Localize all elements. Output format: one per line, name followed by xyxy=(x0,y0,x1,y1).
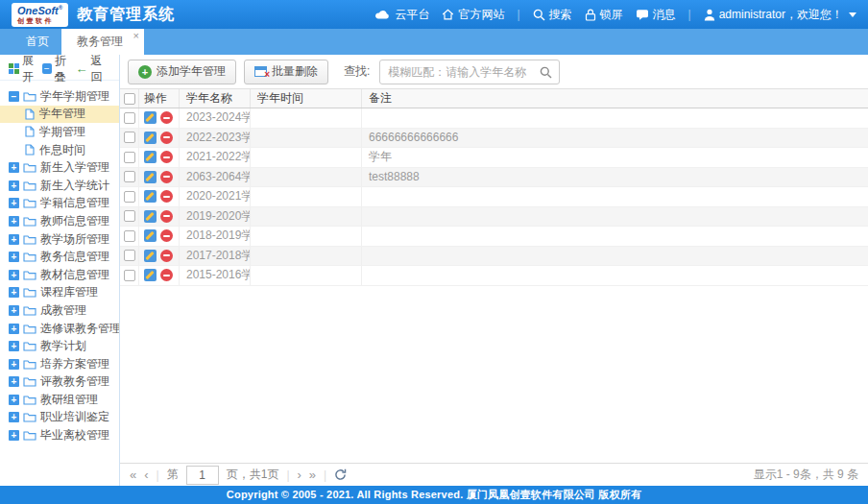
expand-toggle-icon[interactable]: + xyxy=(9,430,19,441)
tab-home[interactable]: 首页 xyxy=(13,29,61,55)
nav-official-site[interactable]: 官方网站 xyxy=(442,7,504,23)
pagination-bar: « ‹ | 第 页，共1页 | › » | 显示1 - 9条，共 9 条 xyxy=(120,463,868,486)
collapse-all-button[interactable]: − 折叠 xyxy=(42,55,76,85)
edit-icon[interactable] xyxy=(144,132,157,144)
expand-toggle-icon[interactable]: + xyxy=(9,198,19,208)
nav-lock-screen[interactable]: 锁屏 xyxy=(585,7,623,23)
delete-icon[interactable] xyxy=(160,111,173,124)
folder-icon xyxy=(23,376,36,387)
delete-icon[interactable] xyxy=(160,210,173,223)
row-checkbox[interactable] xyxy=(124,152,135,163)
tree-node[interactable]: +选修课教务管理 xyxy=(0,320,119,338)
expand-toggle-icon[interactable]: + xyxy=(9,412,19,422)
expand-toggle-icon[interactable]: + xyxy=(9,395,19,405)
collapse-toggle-icon[interactable]: − xyxy=(9,91,19,102)
expand-toggle-icon[interactable]: + xyxy=(9,234,19,245)
expand-toggle-icon[interactable]: + xyxy=(9,376,19,387)
tree-node[interactable]: +培养方案管理 xyxy=(0,355,119,373)
user-menu[interactable]: administrator，欢迎您！ xyxy=(704,7,856,23)
tree-leaf[interactable]: 学年管理 xyxy=(0,106,119,124)
tree-node[interactable]: +评教教务管理 xyxy=(0,373,119,392)
delete-icon[interactable] xyxy=(160,132,173,144)
row-checkbox[interactable] xyxy=(124,171,135,182)
tree-leaf[interactable]: 作息时间 xyxy=(0,141,119,159)
edit-icon[interactable] xyxy=(144,111,157,124)
batch-delete-button[interactable]: × 批量删除 xyxy=(244,60,328,84)
tree-node[interactable]: +课程库管理 xyxy=(0,284,119,302)
edit-icon[interactable] xyxy=(144,171,157,183)
expand-toggle-icon[interactable]: + xyxy=(9,162,19,173)
delete-icon[interactable] xyxy=(160,151,173,163)
tree-node[interactable]: +毕业离校管理 xyxy=(0,426,119,444)
expand-toggle-icon[interactable]: + xyxy=(9,341,19,351)
expand-toggle-icon[interactable]: + xyxy=(9,324,19,334)
edit-icon[interactable] xyxy=(144,250,157,262)
nav-messages[interactable]: 消息 xyxy=(636,7,676,23)
page-number-input[interactable] xyxy=(186,466,219,485)
search-input[interactable] xyxy=(379,60,560,84)
next-page-button[interactable]: › xyxy=(298,468,301,481)
nav-cloud-platform[interactable]: 云平台 xyxy=(374,7,429,23)
pager-summary: 显示1 - 9条，共 9 条 xyxy=(754,467,858,483)
row-checkbox[interactable] xyxy=(124,250,135,261)
row-checkbox[interactable] xyxy=(124,112,135,124)
delete-icon[interactable] xyxy=(160,171,173,183)
expand-toggle-icon[interactable]: + xyxy=(9,216,19,227)
table-row: 2023-2024学年 xyxy=(120,108,868,129)
pager-divider: | xyxy=(286,468,289,482)
edit-icon[interactable] xyxy=(144,269,157,281)
edit-icon[interactable] xyxy=(144,210,157,223)
expand-toggle-icon[interactable]: + xyxy=(9,287,19,298)
tree-node[interactable]: −学年学期管理 xyxy=(0,87,119,106)
row-checkbox[interactable] xyxy=(124,230,135,242)
logo[interactable]: OneSoft® 创壹软件 xyxy=(12,3,68,27)
expand-toggle-icon[interactable]: + xyxy=(9,252,19,262)
tree-node[interactable]: +学籍信息管理 xyxy=(0,195,119,213)
back-button[interactable]: ← 返回 xyxy=(75,55,110,85)
tab-academic-affairs[interactable]: 教务管理 × xyxy=(61,29,144,55)
tree-node[interactable]: +职业培训鉴定 xyxy=(0,409,119,427)
search-submit-icon[interactable] xyxy=(540,65,552,83)
tree-node[interactable]: +教务信息管理 xyxy=(0,248,119,266)
expand-toggle-icon[interactable]: + xyxy=(9,180,19,191)
tree-node[interactable]: +教材信息管理 xyxy=(0,266,119,284)
year-name-cell: 2022-2023学年 xyxy=(180,129,251,148)
year-time-cell xyxy=(251,187,362,206)
tree-node[interactable]: +教研组管理 xyxy=(0,391,119,409)
delete-icon[interactable] xyxy=(160,250,173,262)
delete-icon[interactable] xyxy=(160,190,173,203)
tree-node[interactable]: +教学计划 xyxy=(0,337,119,355)
row-checkbox[interactable] xyxy=(124,191,135,203)
last-page-button[interactable]: » xyxy=(309,468,316,481)
delete-icon[interactable] xyxy=(160,229,173,242)
back-arrow-icon: ← xyxy=(75,62,87,75)
tree-node[interactable]: +教学场所管理 xyxy=(0,230,119,249)
lock-icon xyxy=(585,9,596,21)
first-page-button[interactable]: « xyxy=(130,468,136,481)
tree-leaf[interactable]: 学期管理 xyxy=(0,123,119,141)
prev-page-button[interactable]: ‹ xyxy=(144,468,148,481)
refresh-icon[interactable] xyxy=(334,468,347,481)
folder-icon xyxy=(23,270,36,280)
delete-icon[interactable] xyxy=(160,269,173,281)
tree-node[interactable]: +教师信息管理 xyxy=(0,212,119,230)
expand-all-button[interactable]: 展开 xyxy=(9,55,42,85)
year-time-cell xyxy=(251,207,362,227)
tree-node[interactable]: +新生入学管理 xyxy=(0,158,119,177)
tree-node[interactable]: +成教管理 xyxy=(0,301,119,320)
edit-icon[interactable] xyxy=(144,151,157,163)
row-checkbox[interactable] xyxy=(124,270,135,281)
tree-node[interactable]: +新生入学统计 xyxy=(0,177,119,195)
edit-icon[interactable] xyxy=(144,229,157,242)
row-checkbox[interactable] xyxy=(124,132,135,143)
tab-close-icon[interactable]: × xyxy=(133,31,139,41)
expand-toggle-icon[interactable]: + xyxy=(9,359,19,370)
table-row: 2020-2021学年 xyxy=(120,187,868,207)
nav-search[interactable]: 搜索 xyxy=(533,7,572,23)
edit-icon[interactable] xyxy=(144,190,157,203)
add-year-button[interactable]: + 添加学年管理 xyxy=(128,60,236,84)
select-all-checkbox[interactable] xyxy=(124,93,135,105)
expand-toggle-icon[interactable]: + xyxy=(9,270,19,280)
row-checkbox[interactable] xyxy=(124,210,135,222)
expand-toggle-icon[interactable]: + xyxy=(9,305,19,316)
